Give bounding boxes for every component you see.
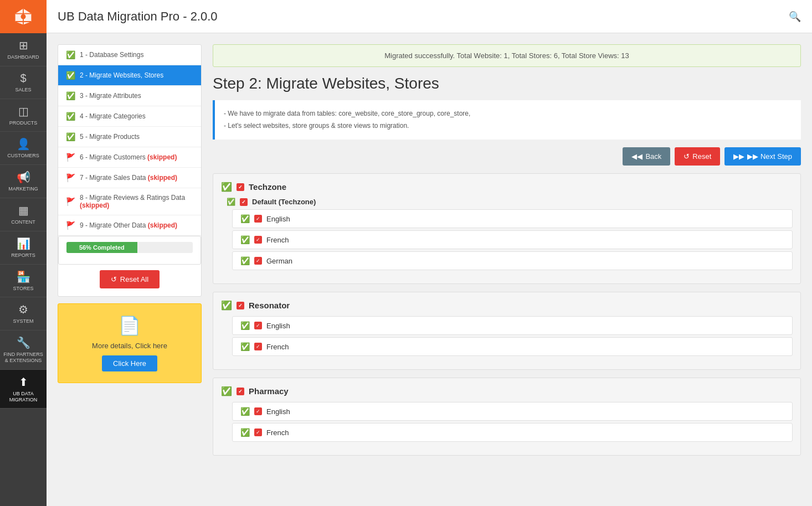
resonator-header: ✅ ✓ Resonator xyxy=(221,300,793,311)
find-partners-icon: 🔧 xyxy=(17,336,30,349)
resonator-french-label: French xyxy=(266,343,289,351)
resonator-french-view: ✅ ✓ French xyxy=(232,337,793,356)
reset-all-label: Reset All xyxy=(120,275,148,283)
sidebar-item-ub-data-migration[interactable]: ⬆ UB DATA MIGRATION xyxy=(0,370,47,409)
techzone-default-header: ✅ ✓ Default (Techzone) xyxy=(221,198,793,206)
stores-container: ✅ ✓ Techzone ✅ ✓ Default (Techzone) xyxy=(213,173,801,456)
sidebar-item-products[interactable]: ◫ PRODUCTS xyxy=(0,99,47,132)
step4-label: 4 - Migrate Categories xyxy=(80,112,146,120)
techzone-english-view: ✅ ✓ English xyxy=(232,209,793,228)
pharmacy-french-label: French xyxy=(266,428,289,437)
reset-all-button[interactable]: ↺ Reset All xyxy=(100,270,160,288)
sidebar-item-system[interactable]: ⚙ SYSTEM xyxy=(0,297,47,331)
pharmacy-header: ✅ ✓ Pharmacy xyxy=(221,386,793,396)
sidebar-item-content[interactable]: ▦ CONTENT xyxy=(0,198,47,231)
techzone-german-checkbox[interactable]: ✓ xyxy=(254,257,262,265)
description-line1: - We have to migrate data from tables: c… xyxy=(224,108,792,120)
sidebar-item-stores-label: STORES xyxy=(13,286,34,292)
techzone-checkbox-icon[interactable]: ✓ xyxy=(237,183,244,191)
step-item-5[interactable]: ✅ 5 - Migrate Products xyxy=(58,127,201,147)
step1-label: 1 - Database Settings xyxy=(80,51,143,59)
techzone-english-label: English xyxy=(266,215,290,223)
pharmacy-checkbox-icon[interactable]: ✓ xyxy=(237,388,244,395)
info-card: 📄 More details, Click here Click Here xyxy=(58,303,202,383)
techzone-english-checkbox[interactable]: ✓ xyxy=(254,215,262,223)
resonator-label: Resonator xyxy=(249,301,290,310)
resonator-english-check-icon: ✅ xyxy=(240,321,250,330)
sidebar-item-dashboard[interactable]: ⊞ DASHBOARD xyxy=(0,33,47,66)
pharmacy-label: Pharmacy xyxy=(249,386,289,396)
techzone-french-check-icon: ✅ xyxy=(240,235,250,244)
sidebar-item-sales[interactable]: $ SALES xyxy=(0,66,47,99)
techzone-french-checkbox[interactable]: ✓ xyxy=(254,236,262,244)
click-here-label: Click Here xyxy=(113,359,146,368)
sidebar-item-find-partners[interactable]: 🔧 FIND PARTNERS & EXTENSIONS xyxy=(0,331,47,370)
step-item-2[interactable]: ✅ 2 - Migrate Websites, Stores xyxy=(58,65,201,86)
step-item-6[interactable]: 🚩 6 - Migrate Customers (skipped) xyxy=(58,147,201,168)
sidebar-logo xyxy=(0,0,47,33)
step8-label: 8 - Migrate Reviews & Ratings Data (skip… xyxy=(80,194,193,209)
sidebar-item-products-label: PRODUCTS xyxy=(9,120,38,126)
pharmacy-french-view: ✅ ✓ French xyxy=(232,423,793,442)
techzone-english-check-icon: ✅ xyxy=(240,214,250,223)
next-step-label: ▶▶ Next Step xyxy=(747,152,792,161)
info-card-text: More details, Click here xyxy=(92,342,167,350)
step3-label: 3 - Migrate Attributes xyxy=(80,92,141,100)
reset-icon: ↺ xyxy=(683,152,690,161)
techzone-default-subgroup: ✅ ✓ Default (Techzone) ✅ ✓ English ✅ xyxy=(221,198,793,270)
back-button[interactable]: ◀◀ Back xyxy=(623,147,670,166)
sidebar-item-sales-label: SALES xyxy=(15,87,31,93)
step-item-8[interactable]: 🚩 8 - Migrate Reviews & Ratings Data (sk… xyxy=(58,188,201,215)
techzone-german-check-icon: ✅ xyxy=(240,256,250,265)
progress-section: 56% Completed xyxy=(58,236,201,265)
sidebar-item-reports[interactable]: 📊 REPORTS xyxy=(0,231,47,265)
sidebar: ⊞ DASHBOARD $ SALES ◫ PRODUCTS 👤 CUSTOME… xyxy=(0,0,47,506)
sidebar-item-find-partners-label: FIND PARTNERS & EXTENSIONS xyxy=(2,352,44,364)
step-item-3[interactable]: ✅ 3 - Migrate Attributes xyxy=(58,86,201,106)
sidebar-item-marketing[interactable]: 📢 MARKETING xyxy=(0,165,47,198)
reports-icon: 📊 xyxy=(17,237,30,250)
next-step-button[interactable]: ▶▶ ▶▶ Next Step xyxy=(724,147,801,166)
step5-label: 5 - Migrate Products xyxy=(80,133,140,141)
pharmacy-views: ✅ ✓ English ✅ ✓ French xyxy=(221,402,793,442)
pharmacy-french-checkbox[interactable]: ✓ xyxy=(254,428,262,436)
marketing-icon: 📢 xyxy=(17,171,30,184)
resonator-english-view: ✅ ✓ English xyxy=(232,316,793,335)
left-panel: ✅ 1 - Database Settings ✅ 2 - Migrate We… xyxy=(58,44,202,495)
progress-bar-fill: 56% Completed xyxy=(66,242,137,253)
techzone-default-checkbox[interactable]: ✓ xyxy=(240,198,248,206)
step9-skip-icon: 🚩 xyxy=(66,221,75,230)
step-item-7[interactable]: 🚩 7 - Migrate Sales Data (skipped) xyxy=(58,168,201,188)
success-banner-text: Migrated successfully. Total Website: 1,… xyxy=(384,51,629,60)
sidebar-item-ub-data-migration-label: UB DATA MIGRATION xyxy=(2,391,44,403)
click-here-button[interactable]: Click Here xyxy=(102,355,157,371)
resonator-english-checkbox[interactable]: ✓ xyxy=(254,322,262,329)
pharmacy-english-label: English xyxy=(266,407,290,416)
content-icon: ▦ xyxy=(18,204,29,217)
back-label: Back xyxy=(645,152,661,161)
sidebar-item-stores[interactable]: 🏪 STORES xyxy=(0,265,47,298)
sidebar-item-content-label: CONTENT xyxy=(11,219,35,225)
step-heading: Step 2: Migrate Websites, Stores xyxy=(213,75,801,92)
resonator-checkbox-icon[interactable]: ✓ xyxy=(237,302,244,309)
reset-label: Reset xyxy=(692,152,711,161)
sales-icon: $ xyxy=(20,72,26,85)
resonator-english-label: English xyxy=(266,322,290,330)
resonator-french-checkbox[interactable]: ✓ xyxy=(254,343,262,350)
sidebar-item-customers[interactable]: 👤 CUSTOMERS xyxy=(0,132,47,165)
page-body: ✅ 1 - Database Settings ✅ 2 - Migrate We… xyxy=(47,33,812,506)
techzone-label: Techzone xyxy=(249,182,286,192)
step-item-4[interactable]: ✅ 4 - Migrate Categories xyxy=(58,106,201,127)
next-step-icon: ▶▶ xyxy=(733,152,744,161)
store-group-resonator: ✅ ✓ Resonator ✅ ✓ English ✅ ✓ F xyxy=(213,292,801,370)
ub-data-migration-icon: ⬆ xyxy=(19,375,28,389)
search-icon[interactable]: 🔍 xyxy=(789,11,801,23)
reset-all-icon: ↺ xyxy=(111,275,117,283)
pharmacy-english-checkbox[interactable]: ✓ xyxy=(254,407,262,415)
sidebar-item-dashboard-label: DASHBOARD xyxy=(7,54,39,60)
step8-skip-icon: 🚩 xyxy=(66,197,75,206)
step-item-1[interactable]: ✅ 1 - Database Settings xyxy=(58,45,201,65)
step-item-9[interactable]: 🚩 9 - Migrate Other Data (skipped) xyxy=(58,215,201,236)
page-title: UB Data Migration Pro - 2.0.0 xyxy=(58,9,218,24)
reset-button[interactable]: ↺ Reset xyxy=(675,147,720,166)
